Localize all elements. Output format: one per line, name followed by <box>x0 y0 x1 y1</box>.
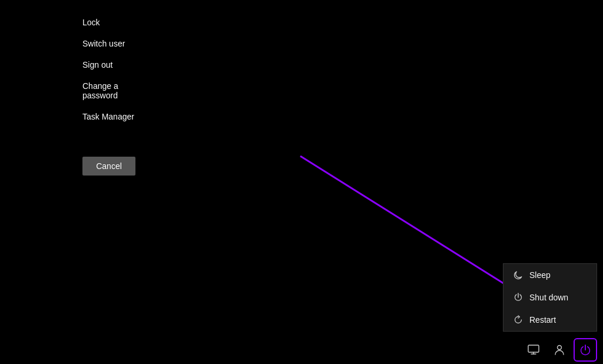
taskbar <box>0 336 603 364</box>
cancel-button[interactable]: Cancel <box>82 157 135 176</box>
sleep-icon <box>513 270 524 280</box>
restart-label: Restart <box>529 315 556 325</box>
power-menu: Sleep Shut down Restart <box>503 263 597 332</box>
display-taskbar-icon[interactable] <box>522 338 545 362</box>
power-menu-restart[interactable]: Restart <box>503 309 597 331</box>
menu-item-lock[interactable]: Lock <box>0 12 165 33</box>
shutdown-icon <box>513 292 524 303</box>
person-taskbar-icon[interactable] <box>548 338 571 362</box>
svg-point-5 <box>558 346 562 350</box>
power-taskbar-icon[interactable] <box>574 338 597 362</box>
menu-item-change-password[interactable]: Change a password <box>0 75 165 106</box>
left-menu: Lock Switch user Sign out Change a passw… <box>0 0 165 364</box>
power-menu-sleep[interactable]: Sleep <box>503 264 597 286</box>
sleep-label: Sleep <box>529 270 551 280</box>
shutdown-label: Shut down <box>529 293 568 302</box>
restart-icon <box>513 315 524 325</box>
menu-item-sign-out[interactable]: Sign out <box>0 54 165 75</box>
svg-rect-2 <box>528 345 539 352</box>
menu-item-task-manager[interactable]: Task Manager <box>0 106 165 127</box>
svg-line-1 <box>300 156 529 299</box>
power-menu-shutdown[interactable]: Shut down <box>503 286 597 309</box>
menu-item-switch-user[interactable]: Switch user <box>0 33 165 54</box>
